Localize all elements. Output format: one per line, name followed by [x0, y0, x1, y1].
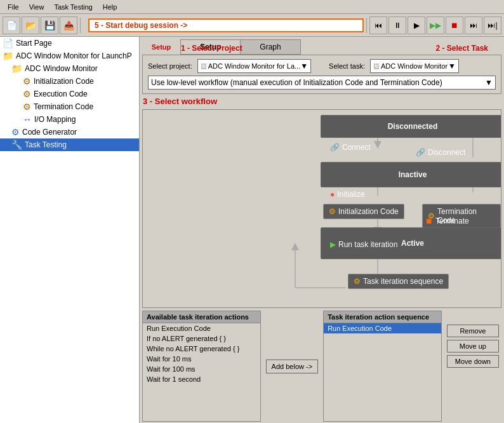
state-disconnected: Disconnected — [321, 115, 501, 138]
sidebar-label-code-gen: Code Generator — [22, 128, 77, 137]
available-item-3[interactable]: Wait for 10 ms — [143, 354, 260, 364]
menu-view[interactable]: View — [24, 2, 50, 12]
move-down-button[interactable]: Move down — [447, 355, 499, 368]
sidebar-item-init-code[interactable]: ⚙ Initialization Code — [0, 75, 139, 88]
fast-forward-button[interactable]: ⏭ — [465, 17, 482, 34]
separator — [80, 18, 81, 33]
move-up-button[interactable]: Move up — [447, 340, 499, 352]
action-connect-label: Connect — [342, 143, 371, 152]
separator2 — [366, 18, 367, 33]
sidebar-label-start-page: Start Page — [16, 39, 52, 48]
sidebar-item-io-mapping[interactable]: ↔ I/O Mapping — [0, 113, 139, 126]
code-box-init-label: Initialization Code — [338, 207, 399, 216]
action-terminate-label: Terminate — [435, 217, 469, 225]
stop-button[interactable]: ⏹ — [446, 17, 463, 34]
sequence-panel: Task iteration action sequence Run Execu… — [323, 311, 442, 422]
add-below-button[interactable]: Add below -> — [266, 359, 319, 373]
sequence-item-0[interactable]: Run Execution Code — [324, 323, 441, 333]
code-box-task-seq[interactable]: ⚙ Task iteration sequence — [348, 274, 449, 289]
tab-setup[interactable]: Setup — [180, 39, 241, 55]
step-button[interactable]: ▶ — [408, 17, 425, 34]
bottom-section: Available task iteration actions Run Exe… — [142, 311, 501, 422]
annotation-step3: 3 - Select workflow — [143, 97, 217, 106]
state-disconnected-label: Disconnected — [388, 122, 438, 131]
sidebar-item-exec-code[interactable]: ⚙ Execution Code — [0, 88, 139, 100]
io-icon: ↔ — [23, 114, 32, 124]
task-value: ADC Window Monitor — [381, 62, 448, 70]
sidebar-item-start-page[interactable]: 📄 Start Page — [0, 37, 139, 50]
sidebar-label-io-mapping: I/O Mapping — [34, 115, 76, 124]
sidebar-label-term-code: Termination Code — [34, 102, 93, 111]
workflow-select[interactable]: Use low-level workflow (manual execution… — [148, 76, 496, 90]
export-button[interactable]: 📤 — [60, 17, 77, 34]
sequence-list: Run Execution Code — [324, 323, 441, 333]
sidebar-label-init-code: Initialization Code — [34, 77, 94, 86]
action-disconnect[interactable]: 🔗 Disconnect — [416, 148, 465, 157]
action-buttons: Remove Move up Move down — [444, 311, 501, 422]
task-label: Select task: — [329, 62, 365, 70]
term-code-icon: ⚙ — [23, 102, 31, 112]
workflow-value: Use low-level workflow (manual execution… — [151, 78, 442, 87]
available-list: Run Execution Code If no ALERT generated… — [143, 323, 260, 384]
page-icon: 📄 — [3, 38, 13, 48]
sidebar-label-adc-monitor: ADC Window Monitor — [25, 64, 98, 73]
debug-session-title: 5 - Start debug session -> — [88, 18, 364, 32]
menubar: File View Task Testing Help — [0, 0, 504, 14]
project-row: Select project: 🖼 ADC Window Monitor for… — [148, 59, 496, 73]
sidebar-item-task-testing[interactable]: 🔧 Task Testing — [0, 138, 139, 151]
sidebar-item-adc-monitor[interactable]: 📁 ADC Window Monitor — [0, 62, 139, 75]
available-item-5[interactable]: Wait for 1 second — [143, 374, 260, 384]
project-value: ADC Window Monitor for La... — [208, 62, 301, 70]
open-button[interactable]: 📂 — [22, 17, 39, 34]
sidebar-label-task-testing: Task Testing — [25, 140, 67, 149]
sidebar-item-term-code[interactable]: ⚙ Termination Code — [0, 100, 139, 113]
available-item-4[interactable]: Wait for 100 ms — [143, 364, 260, 374]
sidebar-label-adc-project: ADC Window Monitor for LaunchP — [16, 51, 132, 60]
project-icon: 📁 — [3, 51, 13, 61]
remove-button[interactable]: Remove — [447, 325, 499, 337]
menu-task-testing[interactable]: Task Testing — [49, 2, 97, 12]
state-inactive-label: Inactive — [399, 170, 427, 179]
monitor-icon: 📁 — [11, 64, 22, 74]
available-panel: Available task iteration actions Run Exe… — [142, 311, 261, 422]
action-terminate[interactable]: ⏹ Terminate — [425, 217, 469, 225]
exec-code-icon: ⚙ — [23, 89, 31, 99]
project-label: Select project: — [148, 62, 192, 70]
task-select[interactable]: 🖼 ADC Window Monitor ▼ — [370, 59, 459, 73]
available-item-2[interactable]: While no ALERT generated { } — [143, 344, 260, 354]
action-initialize-label: Initialize — [337, 190, 364, 199]
tab-graph[interactable]: Graph — [240, 39, 300, 55]
action-run-task[interactable]: ▶ Run task iteration — [330, 240, 397, 249]
sidebar-item-code-gen[interactable]: ⚙ Code Generator — [0, 126, 139, 138]
sidebar-item-adc-project[interactable]: 📁 ADC Window Monitor for LaunchP — [0, 50, 139, 62]
available-item-0[interactable]: Run Execution Code — [143, 323, 260, 333]
content-area: Setup Setup Graph 1 - Select Project 2 -… — [140, 37, 504, 423]
play-button[interactable]: ▶▶ — [427, 17, 444, 34]
action-initialize[interactable]: ● Initialize — [330, 190, 365, 199]
code-box-init[interactable]: ⚙ Initialization Code — [323, 204, 404, 219]
task-testing-icon: 🔧 — [11, 140, 22, 150]
sequence-header: Task iteration action sequence — [324, 311, 441, 323]
action-connect[interactable]: 🔗 Connect — [330, 143, 371, 152]
save-button[interactable]: 💾 — [41, 17, 58, 34]
action-disconnect-label: Disconnect — [428, 148, 465, 157]
tab-setup-annotation: Setup — [142, 39, 180, 55]
toolbar: 📄 📂 💾 📤 5 - Start debug session -> ⏮ ⏸ ▶… — [0, 14, 504, 37]
menu-file[interactable]: File — [3, 2, 24, 12]
end-button[interactable]: ⏭| — [484, 17, 501, 34]
menu-help[interactable]: Help — [98, 2, 123, 12]
available-item-1[interactable]: If no ALERT generated { } — [143, 333, 260, 344]
pause-button[interactable]: ⏸ — [388, 17, 406, 34]
code-box-task-seq-label: Task iteration sequence — [363, 277, 443, 286]
project-select[interactable]: 🖼 ADC Window Monitor for La... ▼ — [197, 59, 311, 73]
available-header: Available task iteration actions — [143, 311, 260, 323]
graph-area: Disconnected 🔗 Connect Inactive 🔗 Discon… — [142, 109, 501, 308]
code-gen-icon: ⚙ — [11, 127, 20, 137]
main-layout: 📄 Start Page 📁 ADC Window Monitor for La… — [0, 37, 504, 423]
new-button[interactable]: 📄 — [3, 17, 20, 34]
action-run-task-label: Run task iteration — [338, 240, 397, 249]
state-active-label: Active — [401, 239, 424, 248]
step-back-button[interactable]: ⏮ — [369, 17, 387, 34]
state-inactive: Inactive — [321, 162, 501, 187]
add-btn-container: Add below -> — [263, 311, 321, 422]
